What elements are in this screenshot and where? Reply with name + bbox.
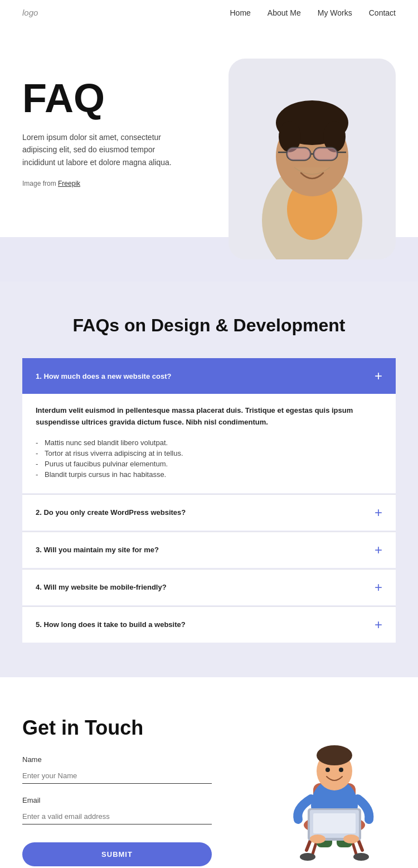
faq-header-1[interactable]: 1. How much does a new website cost? +	[22, 358, 396, 394]
faq-question-1: 1. How much does a new website cost?	[36, 372, 171, 380]
faq-item-5: 5. How long does it take to build a webs…	[22, 607, 396, 643]
faq-item-2: 2. Do you only create WordPress websites…	[22, 495, 396, 531]
faq-question-5: 5. How long does it take to build a webs…	[36, 620, 186, 629]
faq-plus-icon-2: +	[375, 506, 382, 519]
list-item: Mattis nunc sed blandit libero volutpat.	[36, 437, 382, 448]
faq-header-3[interactable]: 3. Will you maintain my site for me? +	[22, 532, 396, 568]
svg-point-33	[310, 835, 325, 843]
faq-question-4: 4. Will my website be mobile-friendly?	[36, 583, 167, 591]
name-label: Name	[22, 755, 212, 764]
contact-illustration	[273, 716, 396, 868]
faq-header-2[interactable]: 2. Do you only create WordPress websites…	[22, 495, 396, 531]
nav-home[interactable]: Home	[230, 8, 250, 17]
svg-rect-32	[313, 813, 356, 833]
navbar: logo Home About Me My Works Contact	[0, 0, 418, 25]
svg-point-28	[325, 768, 330, 772]
name-form-group: Name	[22, 755, 212, 784]
faq-item-1: 1. How much does a new website cost? + I…	[22, 358, 396, 493]
hero-text: FAQ Lorem ipsum dolor sit amet, consecte…	[22, 59, 229, 187]
email-form-group: Email	[22, 796, 212, 824]
freepik-link-hero[interactable]: Freepik	[58, 180, 80, 187]
name-input[interactable]	[22, 768, 212, 784]
faq-item-3: 3. Will you maintain my site for me? +	[22, 532, 396, 568]
faq-body-1: Interdum velit euismod in pellentesque m…	[22, 394, 396, 493]
faq-plus-icon-3: +	[375, 543, 382, 557]
hero-description: Lorem ipsum dolor sit amet, consectetur …	[22, 131, 178, 168]
faq-header-4[interactable]: 4. Will my website be mobile-friendly? +	[22, 570, 396, 605]
faq-question-3: 3. Will you maintain my site for me?	[36, 546, 159, 554]
faq-section: FAQs on Design & Development 1. How much…	[0, 282, 418, 677]
faq-heading: FAQs on Design & Development	[22, 315, 396, 336]
faq-answer-list-1: Mattis nunc sed blandit libero volutpat.…	[36, 437, 382, 480]
faq-answer-bold-1: Interdum velit euismod in pellentesque m…	[36, 405, 382, 428]
faq-plus-icon-4: +	[375, 581, 382, 594]
hero-image-credit: Image from Freepik	[22, 180, 229, 187]
faq-item-4: 4. Will my website be mobile-friendly? +	[22, 570, 396, 605]
submit-button[interactable]: SUBMIT	[22, 842, 212, 866]
svg-rect-8	[287, 148, 310, 160]
logo: logo	[22, 8, 38, 17]
list-item: Tortor at risus viverra adipiscing at in…	[36, 448, 382, 459]
svg-point-22	[353, 853, 369, 861]
nav-links: Home About Me My Works Contact	[230, 8, 396, 17]
nav-contact[interactable]: Contact	[369, 8, 396, 17]
nav-works[interactable]: My Works	[318, 8, 352, 17]
list-item: Purus ut faucibus pulvinar elementum.	[36, 459, 382, 469]
svg-point-34	[343, 835, 359, 843]
hero-image	[229, 59, 396, 259]
contact-person-svg	[279, 722, 390, 867]
svg-rect-10	[314, 148, 337, 160]
svg-point-27	[317, 745, 352, 765]
faq-list: 1. How much does a new website cost? + I…	[22, 358, 396, 644]
hero-section: FAQ Lorem ipsum dolor sit amet, consecte…	[0, 25, 418, 259]
email-label: Email	[22, 796, 212, 804]
contact-form: Get in Touch Name Email SUBMIT Image fro…	[22, 716, 212, 868]
email-input[interactable]	[22, 809, 212, 824]
svg-point-21	[300, 853, 315, 861]
hero-person-illustration	[229, 59, 396, 259]
contact-heading: Get in Touch	[22, 716, 212, 740]
svg-point-29	[339, 768, 343, 772]
nav-about[interactable]: About Me	[268, 8, 301, 17]
hero-title: FAQ	[22, 75, 229, 121]
faq-header-5[interactable]: 5. How long does it take to build a webs…	[22, 607, 396, 643]
faq-question-2: 2. Do you only create WordPress websites…	[36, 508, 186, 517]
faq-plus-icon-1: +	[375, 369, 382, 383]
contact-section: Get in Touch Name Email SUBMIT Image fro…	[0, 677, 418, 868]
list-item: Blandit turpis cursus in hac habitasse.	[36, 469, 382, 480]
faq-plus-icon-5: +	[375, 618, 382, 631]
